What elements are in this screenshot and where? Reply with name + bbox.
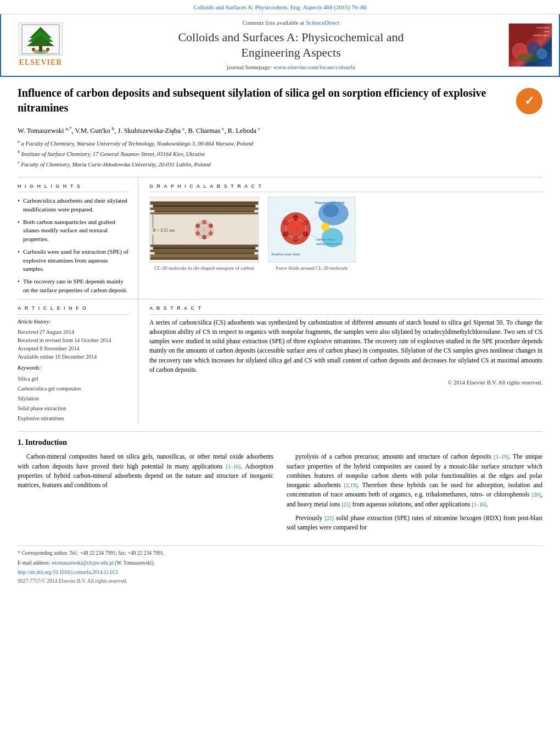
keywords-list: Silica gel Carbon/silica gel composites …	[18, 374, 129, 423]
footer-email-line: E-mail address: wtomaszewski@ch.pw.edu.p…	[18, 559, 542, 567]
elsevier-brand-name: ELSEVIER	[19, 57, 63, 68]
highlights-graphical-section: H I G H L I G H T S Carbon/silica adsorb…	[18, 177, 542, 299]
highlight-item-4: The recovery rate in SPE depends mainly …	[18, 277, 129, 294]
ref-1-19[interactable]: [1–19]	[494, 454, 509, 460]
keyword-3: Silylation	[18, 394, 129, 404]
journal-homepage: journal homepage: www.elsevier.com/locat…	[85, 63, 497, 71]
graphical-abstract-images: R > 0.51 nm CL-20 molecule in slit-shape…	[149, 197, 542, 272]
highlight-item-1: Carbon/silica adsorbents and their silyl…	[18, 197, 129, 214]
introduction-heading: 1. Introduction	[18, 437, 542, 448]
svg-point-6	[32, 48, 35, 51]
main-content: Influence of carbon deposits and subsequ…	[0, 77, 560, 594]
journal-cover-art: COLLOIDSANDSURFACES A	[509, 24, 552, 66]
keywords-label: Keywords:	[18, 364, 129, 372]
footer-email-link[interactable]: wtomaszewski@ch.pw.edu.pl	[52, 560, 114, 566]
abstract-col: A B S T R A C T A series of carbon/silic…	[138, 299, 542, 423]
article-available: Available online 10 December 2014	[18, 353, 129, 361]
article-info-col: A R T I C L E I N F O Article history: R…	[18, 299, 138, 423]
journal-title-block: Contents lists available at ScienceDirec…	[74, 19, 508, 71]
contents-available-text: Contents lists available at ScienceDirec…	[85, 19, 497, 27]
svg-point-64	[323, 204, 339, 217]
intro-para-2: pyrolysis of a carbon precursor, amounts…	[287, 452, 542, 509]
graphical-abstract-col: G R A P H I C A L A B S T R A C T	[138, 177, 542, 299]
article-title-section: Influence of carbon deposits and subsequ…	[18, 86, 542, 120]
ref-2-19[interactable]: [2,19]	[344, 482, 357, 488]
affiliation-a: a a Faculty of Chemistry, Warsaw Univers…	[18, 138, 542, 148]
ga-image-block-2: Negative ionic field Positive ionic fiel…	[268, 197, 356, 272]
page-footer: * Corresponding author. Tel.: +48 22 234…	[18, 545, 542, 585]
svg-point-11	[517, 53, 539, 62]
footer-copyright: 0927-7757/© 2014 Elsevier B.V. All right…	[18, 578, 542, 585]
introduction-section: 1. Introduction Carbon-mineral composite…	[18, 431, 542, 537]
crossmark-logo	[516, 88, 542, 114]
ref-20[interactable]: [20]	[531, 492, 541, 498]
intro-para-3: Previously [22] solid phase extraction (…	[287, 514, 542, 533]
introduction-text-cols: Carbon-mineral composites based on silic…	[18, 452, 542, 537]
journal-homepage-link[interactable]: www.elsevier.com/locate/colsurfa	[273, 64, 355, 70]
svg-point-7	[46, 48, 49, 51]
footer-doi-line: http://dx.doi.org/10.1016/j.colsurfa.201…	[18, 568, 542, 576]
journal-citation: Colloids and Surfaces A: Physicochem. En…	[193, 4, 367, 10]
intro-right-col: pyrolysis of a carbon precursor, amounts…	[287, 452, 542, 537]
keyword-1: Silica gel	[18, 374, 129, 384]
keyword-5: Explosive nitramines	[18, 414, 129, 423]
intro-left-col: Carbon-mineral composites based on silic…	[18, 452, 273, 537]
svg-rect-19	[150, 245, 259, 247]
journal-main-title: Colloids and Surfaces A: Physicochemical…	[85, 30, 497, 61]
ga-caption-1: CL-20 molecule in slit-shaped nanopore o…	[149, 265, 259, 272]
journal-cover-image: COLLOIDSANDSURFACES A	[508, 23, 552, 67]
article-title: Influence of carbon deposits and subsequ…	[18, 86, 507, 115]
footer-doi-link[interactable]: http://dx.doi.org/10.1016/j.colsurfa.201…	[18, 570, 118, 575]
svg-rect-21	[150, 250, 259, 253]
copyright-line: © 2014 Elsevier B.V. All rights reserved…	[149, 379, 542, 387]
sciencedirect-link[interactable]: ScienceDirect	[306, 19, 340, 26]
article-accepted: Accepted 8 November 2014	[18, 344, 129, 353]
svg-rect-17	[150, 213, 259, 215]
elsevier-tree-image	[19, 23, 63, 55]
keyword-2: Carbon/silica gel composites	[18, 384, 129, 394]
svg-rect-20	[153, 247, 256, 250]
highlights-col: H I G H L I G H T S Carbon/silica adsorb…	[18, 177, 138, 299]
ref-22[interactable]: [22]	[324, 515, 334, 521]
highlight-item-3: Carbosils were used for extraction (SPE)…	[18, 248, 129, 273]
svg-rect-23	[150, 254, 259, 257]
svg-rect-14	[153, 205, 256, 208]
svg-rect-13	[150, 202, 259, 205]
highlights-heading: H I G H L I G H T S	[18, 183, 129, 193]
svg-rect-16	[155, 210, 255, 213]
journal-header-line: Colloids and Surfaces A: Physicochem. En…	[0, 0, 560, 14]
authors-line: W. Tomaszewski a,*, V.M. Gun'ko b, J. Sk…	[18, 125, 542, 136]
abstract-heading: A B S T R A C T	[149, 305, 542, 315]
svg-text:Positive ionic field: Positive ionic field	[271, 252, 300, 256]
ga-nanopore-image: R > 0.51 nm	[149, 197, 259, 263]
journal-header-box: ELSEVIER Contents lists available at Sci…	[0, 14, 560, 77]
crossmark-icon	[516, 88, 542, 114]
svg-rect-15	[150, 208, 259, 210]
svg-text:R > 0.51 nm: R > 0.51 nm	[153, 228, 175, 233]
article-info-heading: A R T I C L E I N F O	[18, 305, 129, 315]
article-received-revised: Received in revised form 14 October 2014	[18, 336, 129, 344]
ref-1-16b[interactable]: [1–16]	[472, 501, 486, 507]
svg-point-1	[33, 49, 48, 54]
article-history-label: Article history:	[18, 318, 129, 326]
svg-rect-22	[155, 252, 255, 254]
highlights-list: Carbon/silica adsorbents and their silyl…	[18, 197, 129, 294]
ref-1-16[interactable]: [1–16]	[226, 464, 240, 470]
ga-forcefield-image: Negative ionic field Positive ionic fiel…	[268, 197, 356, 263]
ref-21[interactable]: [21]	[341, 501, 351, 507]
keyword-4: Solid phase extraction	[18, 404, 129, 414]
article-info-abstract-section: A R T I C L E I N F O Article history: R…	[18, 299, 542, 423]
footer-corresponding-author: * Corresponding author. Tel.: +48 22 234…	[18, 549, 542, 557]
abstract-text: A series of carbon/silica (CS) adsorbent…	[149, 318, 542, 375]
intro-para-1: Carbon-mineral composites based on silic…	[18, 452, 273, 490]
svg-point-54	[293, 237, 299, 242]
page-wrapper: Colloids and Surfaces A: Physicochem. En…	[0, 0, 560, 594]
ga-image-block-1: R > 0.51 nm CL-20 molecule in slit-shape…	[149, 197, 259, 272]
elsevier-logo: ELSEVIER	[8, 23, 74, 68]
affiliation-c: c Faculty of Chemistry, Maria Curie-Skło…	[18, 159, 542, 169]
article-received: Received 27 August 2014	[18, 328, 129, 336]
svg-rect-24	[150, 257, 259, 260]
ga-caption-2: Force fields around CL-20 molecule	[268, 265, 356, 272]
affiliation-b: b Institute of Surface Chemistry, 17 Gen…	[18, 149, 542, 158]
graphical-abstract-heading: G R A P H I C A L A B S T R A C T	[149, 183, 542, 193]
